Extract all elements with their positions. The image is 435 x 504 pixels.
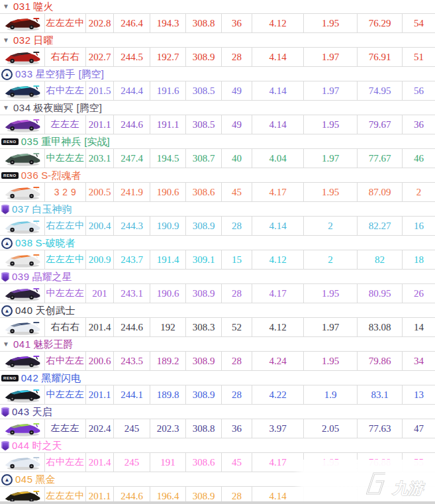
shield-badge-icon [1,272,9,282]
stat-value-9: 2 [403,183,435,201]
stat-top-speed: 308.5 [186,81,222,100]
stat-value-5: 36 [222,14,252,32]
stat-boost-speed: 244.1 [114,385,150,404]
stat-top-speed: 308.3 [186,318,222,336]
car-entry-header[interactable]: RENO 036 S-烈魂者 [0,169,435,182]
stat-value-9: 13 [403,385,435,404]
car-image-icon [3,49,42,66]
car-entry-header[interactable]: 040 天创武士 [0,304,435,317]
stat-value-6: 4.22 [252,385,304,404]
car-stats-row: 中左左左 201 243.1 190.6 308.9 28 4.17 1.95 … [0,283,435,303]
car-number: 033 [15,68,33,81]
car-entry-header[interactable]: 039 晶耀之星 [0,270,435,283]
stat-top-speed: 308.9 [186,352,222,370]
jiuyou-logo-icon: 九游 [366,467,434,501]
stat-speed: 201.5 [86,81,114,100]
car-name: S-破晓者 [36,236,75,250]
drift-pattern: 3 2 9 [45,183,86,201]
stat-drift-speed: 202.3 [150,419,186,438]
car-entry-header[interactable]: RENO 042 黑耀闪电 [0,372,435,385]
car-thumbnail [0,217,45,235]
car-thumbnail [0,419,45,438]
car-entry: 043 天启 左左左 202.4 [0,405,435,439]
car-name: 天创武士 [36,304,75,317]
car-thumbnail [0,81,45,100]
car-image-icon [3,421,42,437]
car-entry: RENO 036 S-烈魂者 3 2 9 [0,169,435,203]
stat-drift-speed: 194.5 [150,149,186,168]
stat-value-6: 4.04 [252,149,304,168]
stat-top-speed: 308.8 [186,419,222,438]
car-entry-header[interactable]: 034 极夜幽冥 [腾空] [0,101,435,115]
car-entry-header[interactable]: 044 时之天 [0,439,435,452]
stat-drift-speed: 191 [150,453,186,472]
stat-value-8: 77.67 [358,149,403,168]
stat-speed: 201.1 [86,115,114,134]
car-image-icon [3,218,42,234]
stat-value-5: 36 [222,419,252,438]
car-entry-header[interactable]: 038 S-破晓者 [0,236,435,250]
car-entry: 040 天创武士 右右右 201.4 [0,304,435,338]
drift-pattern: 中左左左 [45,284,86,303]
car-thumbnail [0,149,45,168]
car-name: 黑耀闪电 [41,372,81,385]
reno-logo-icon: RENO [1,138,19,145]
drift-pattern: 右左左中 [45,217,86,235]
stat-value-5: 45 [222,183,252,201]
stat-value-6: 4.14 [252,115,304,134]
stat-value-8: 79.67 [358,115,403,134]
car-stats-row: 右右右 201.4 244.6 192 308.3 52 4.12 1.97 8… [0,317,435,337]
stat-value-5: 15 [222,250,252,269]
stat-top-speed: 308.5 [186,115,222,134]
stat-value-5: 45 [222,453,252,472]
car-name: 极夜幽冥 [34,101,73,115]
car-name: 噬火 [34,0,54,13]
car-thumbnail [0,352,45,370]
car-entry: 039 晶耀之星 中左左左 201 [0,270,435,304]
car-entry: 032 日曜 右右右 202.7 [0,34,435,68]
stat-value-5: 40 [222,149,252,168]
stat-value-5: 52 [222,318,252,336]
car-name: 日曜 [34,34,54,47]
car-entry-header[interactable]: 043 天启 [0,405,435,419]
stat-value-6: 4.14 [252,81,304,100]
stat-boost-speed: 244.3 [114,217,150,235]
car-stats-row: 右中左左 200.6 243.5 189.2 308.9 28 4.24 1.9… [0,351,435,371]
stat-boost-speed: 243.1 [114,284,150,303]
car-entry: RENO 042 黑耀闪电 中左左左 [0,372,435,405]
car-entry-header[interactable]: 041 魅影王爵 [0,338,435,351]
car-image-icon [3,252,42,268]
car-stats-row: 3 2 9 200.5 241.9 190.6 308.6 45 4.17 1.… [0,182,435,202]
stat-value-8: 80.95 [358,284,403,303]
car-number: 042 [21,372,39,385]
stat-speed: 201.4 [86,453,114,472]
car-image-icon [3,83,42,99]
car-entry-header[interactable]: 032 日曜 [0,34,435,47]
car-entry-header[interactable]: 033 星空猎手 [腾空] [0,68,435,81]
stat-value-8: 74.95 [358,81,403,100]
car-image-icon [3,117,42,133]
stat-value-8: 83.08 [358,318,403,336]
stat-value-7: 1.95 [304,183,358,201]
car-name: 魅影王爵 [34,338,73,351]
stat-value-7: 2 [304,217,358,235]
car-thumbnail [0,284,45,303]
stat-speed: 201.4 [86,318,114,336]
grade-a-badge-icon [1,305,13,317]
stat-value-5: 28 [222,352,252,370]
car-entry-header[interactable]: 031 噬火 [0,0,435,13]
stat-drift-speed: 189.8 [150,385,186,404]
stat-value-9: 34 [403,352,435,370]
car-entry-header[interactable]: RENO 035 重甲神兵 [实战] [0,135,435,148]
stat-top-speed: 308.7 [186,149,222,168]
stat-value-9: 56 [403,81,435,100]
car-entry-header[interactable]: 037 白玉神驹 [0,203,435,216]
car-thumbnail [0,453,45,472]
car-stats-table: 031 噬火 左左左中 202.8 [0,0,435,504]
car-thumbnail [0,14,45,32]
stat-drift-speed: 191.6 [150,81,186,100]
stat-value-6: 4.14 [252,217,304,235]
stat-value-5: 49 [222,115,252,134]
car-thumbnail [0,115,45,134]
car-stats-row: 右左左中 200.4 244.3 190.9 308.9 28 4.14 2 8… [0,216,435,236]
